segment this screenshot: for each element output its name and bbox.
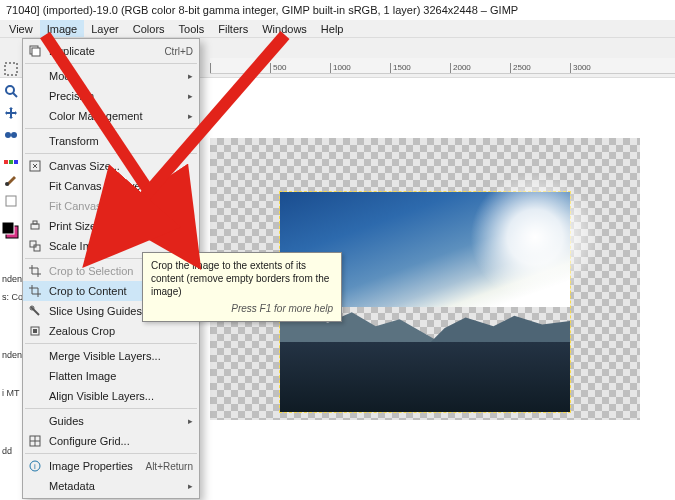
- tooltip-body: Crop the image to the extents of its con…: [151, 259, 333, 298]
- svg-rect-11: [2, 222, 14, 234]
- menu-item-label: Image Properties: [49, 460, 145, 472]
- blank-icon: [27, 478, 43, 494]
- menu-item-merge-visible-layers[interactable]: Merge Visible Layers...: [23, 346, 199, 366]
- menu-item-accelerator: Alt+Return: [145, 461, 193, 472]
- tool-rect-select-icon[interactable]: [2, 60, 20, 78]
- svg-line-2: [13, 93, 17, 97]
- window-title: 71040] (imported)-19.0 (RGB color 8-bit …: [0, 0, 675, 20]
- svg-point-4: [11, 132, 17, 138]
- menu-item-configure-grid[interactable]: Configure Grid...: [23, 431, 199, 451]
- svg-rect-16: [33, 221, 37, 224]
- submenu-arrow-icon: ▸: [188, 481, 193, 491]
- menu-item-label: Merge Visible Layers...: [49, 350, 193, 362]
- tool-heal-icon[interactable]: [2, 126, 20, 144]
- ruler-mark: 1000: [330, 63, 390, 73]
- menu-item-label: Metadata: [49, 480, 188, 492]
- toolbox: [0, 58, 22, 242]
- menu-item-label: Flatten Image: [49, 370, 193, 382]
- menubar-view[interactable]: View: [2, 20, 40, 37]
- tool-zoom-icon[interactable]: [2, 82, 20, 100]
- menu-item-align-visible-layers[interactable]: Align Visible Layers...: [23, 386, 199, 406]
- menu-item-zealous-crop[interactable]: Zealous Crop: [23, 321, 199, 341]
- tool-misc-icon[interactable]: [2, 192, 20, 210]
- menu-item-flatten-image[interactable]: Flatten Image: [23, 366, 199, 386]
- blank-icon: [27, 348, 43, 364]
- blank-icon: [27, 368, 43, 384]
- svg-point-8: [5, 182, 9, 186]
- svg-rect-9: [6, 196, 16, 206]
- svg-text:i: i: [34, 462, 36, 471]
- slice-icon: [27, 303, 43, 319]
- ruler-mark: 2000: [450, 63, 510, 73]
- svg-point-3: [5, 132, 11, 138]
- ruler-mark: 3000: [570, 63, 630, 73]
- menu-item-label: Guides: [49, 415, 188, 427]
- tool-paintbrush-icon[interactable]: [2, 170, 20, 188]
- menu-item-metadata[interactable]: Metadata▸: [23, 476, 199, 496]
- svg-rect-13: [32, 48, 40, 56]
- menubar-help[interactable]: Help: [314, 20, 351, 37]
- ruler-mark: 1500: [390, 63, 450, 73]
- menu-item-label: Align Visible Layers...: [49, 390, 193, 402]
- tooltip: Crop the image to the extents of its con…: [142, 252, 342, 322]
- submenu-arrow-icon: ▸: [188, 416, 193, 426]
- menu-item-guides[interactable]: Guides▸: [23, 411, 199, 431]
- crop-icon: [27, 283, 43, 299]
- crop-icon: [27, 263, 43, 279]
- annotation-arrow-icon: [90, 30, 290, 262]
- menu-item-label: Zealous Crop: [49, 325, 193, 337]
- svg-point-1: [6, 86, 14, 94]
- menu-item-label: Configure Grid...: [49, 435, 193, 447]
- svg-rect-15: [31, 224, 39, 229]
- svg-rect-0: [5, 63, 17, 75]
- tool-color-picker-icon[interactable]: [2, 148, 20, 166]
- svg-rect-7: [14, 160, 18, 164]
- ruler-mark: 2500: [510, 63, 570, 73]
- fg-bg-color-icon[interactable]: [2, 222, 20, 240]
- blank-icon: [27, 388, 43, 404]
- svg-rect-17: [30, 241, 36, 247]
- blank-icon: [27, 413, 43, 429]
- grid-icon: [27, 433, 43, 449]
- svg-rect-5: [4, 160, 8, 164]
- menu-item-image-properties[interactable]: iImage PropertiesAlt+Return: [23, 456, 199, 476]
- svg-rect-6: [9, 160, 13, 164]
- info-icon: i: [27, 458, 43, 474]
- zealous-icon: [27, 323, 43, 339]
- tooltip-help: Press F1 for more help: [151, 302, 333, 315]
- svg-rect-21: [33, 329, 37, 333]
- tool-move-icon[interactable]: [2, 104, 20, 122]
